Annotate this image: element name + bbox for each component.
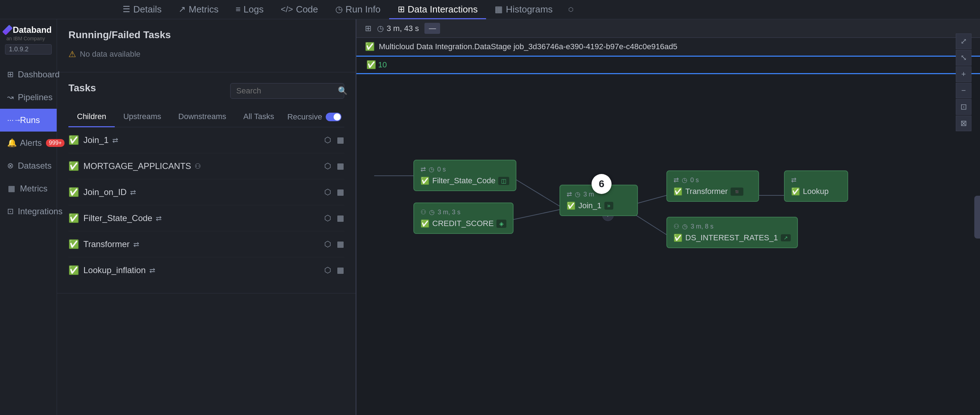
datasets-icon: ⊗: [7, 161, 14, 171]
node-type-icon: ⚇: [673, 222, 679, 230]
external-link-icon[interactable]: ⬡: [324, 188, 331, 197]
external-link-icon[interactable]: ⬡: [324, 266, 331, 275]
clock-icon: ◷: [377, 24, 384, 33]
node-transformer[interactable]: ⇄ ◷ 0 s ✅ Transformer ◾: [667, 171, 759, 202]
tab-children[interactable]: Children: [68, 107, 115, 127]
logo-name: Databand: [13, 25, 52, 35]
expand-icon: ⤢: [960, 37, 967, 46]
job-title: Multicloud Data Integration.DataStage jo…: [379, 42, 961, 51]
left-panel: Running/Failed Tasks ⚠ No data available…: [57, 19, 356, 415]
node-lookup[interactable]: ⇄ ✅ Lookup: [784, 171, 848, 202]
right-panel: ⊞ ◷ 3 m, 43 s — ✅ Multicloud Data Integr…: [356, 19, 980, 415]
table-row: ✅ Lookup_inflation ⇄ ⬡ ▦: [68, 257, 344, 283]
node-status-icon: ✅: [791, 187, 800, 196]
shrink-icon: ⤡: [960, 53, 967, 62]
stop-button[interactable]: —: [425, 23, 440, 34]
table-icon[interactable]: ▦: [337, 161, 344, 171]
fit-icon: ⊡: [960, 102, 967, 112]
task-type-icon: ⇄: [149, 266, 155, 275]
node-type-icon: ⇄: [791, 176, 797, 184]
reset-icon: ⊠: [960, 119, 967, 128]
table-icon[interactable]: ▦: [337, 188, 344, 197]
count-row: ✅ 10: [356, 57, 980, 74]
external-link-button[interactable]: ⬡: [561, 0, 581, 19]
task-status-icon: ✅: [68, 239, 79, 249]
scroll-handle[interactable]: [974, 196, 980, 238]
task-name: Join_1 ⇄: [83, 135, 320, 145]
top-nav: ☰ Details ↗ Metrics ≡ Logs </> Code ◷ Ru…: [0, 0, 980, 19]
external-link-icon[interactable]: ⬡: [324, 214, 331, 223]
zoom-expand-button[interactable]: ⤢: [956, 34, 972, 49]
graph-canvas: 6 ‹ ›: [356, 74, 980, 88]
task-list: ✅ Join_1 ⇄ ⬡ ▦ ✅ MOR: [68, 127, 344, 283]
tab-logs[interactable]: ≡ Logs: [227, 0, 272, 19]
node-type-icon: ⇄: [566, 190, 572, 198]
sidebar-item-pipelines[interactable]: ↝ Pipelines: [0, 86, 57, 109]
number-badge: 6: [592, 174, 611, 194]
tab-downstreams[interactable]: Downstreams: [170, 107, 234, 127]
external-link-icon[interactable]: ⬡: [324, 239, 331, 249]
histograms-icon: ▦: [495, 4, 503, 14]
table-icon[interactable]: ▦: [337, 214, 344, 223]
sidebar-metrics-icon: ▦: [7, 184, 16, 193]
tasks-tabs: Children Upstreams Downstreams All Tasks…: [68, 107, 344, 127]
info-bar: ⊞ ◷ 3 m, 43 s —: [356, 19, 980, 38]
task-actions: ⬡ ▦: [324, 161, 344, 171]
zoom-plus-button[interactable]: +: [956, 66, 972, 82]
sidebar-item-alerts[interactable]: 🔔 Alerts 999+: [0, 132, 57, 154]
job-count: ✅ 10: [366, 60, 387, 70]
node-credit-score[interactable]: ⚇ ◷ 3 m, 3 s ✅ CREDIT_SCORE ◈: [414, 203, 514, 234]
table-icon[interactable]: ▦: [337, 136, 344, 145]
external-link-icon[interactable]: ⬡: [324, 136, 331, 145]
task-status-icon: ✅: [68, 135, 79, 145]
sidebar-item-integrations[interactable]: ⊡ Integrations: [0, 200, 57, 223]
logo-ibm: an IBM Company: [5, 36, 52, 42]
tasks-title: Tasks: [68, 82, 96, 94]
tab-code[interactable]: </> Code: [272, 0, 327, 19]
alerts-badge: 999+: [46, 139, 65, 147]
task-type-icon: ⇄: [112, 136, 118, 144]
sidebar-item-dashboard[interactable]: ⊞ Dashboard: [0, 63, 57, 86]
running-failed-section: Running/Failed Tasks ⚠ No data available: [57, 19, 356, 72]
info-time-item: ◷ 3 m, 43 s: [377, 24, 419, 33]
runs-icon: ···→: [7, 115, 16, 125]
tab-data-interactions[interactable]: ⊞ Data Interactions: [389, 0, 487, 19]
tab-metrics[interactable]: ↗ Metrics: [170, 0, 227, 19]
table-icon[interactable]: ▦: [337, 266, 344, 275]
search-box[interactable]: 🔍: [230, 83, 344, 99]
sidebar: Databand an IBM Company 1.0.9.2 ⊞ Dashbo…: [0, 19, 57, 415]
code-icon: </>: [281, 4, 293, 14]
zoom-reset-button[interactable]: ⊠: [956, 115, 972, 131]
warning-icon: ⚠: [68, 49, 76, 59]
zoom-fit-button[interactable]: ⊡: [956, 99, 972, 115]
tab-run-info[interactable]: ◷ Run Info: [327, 0, 389, 19]
sidebar-item-runs[interactable]: ···→ Runs: [0, 109, 57, 132]
tab-details[interactable]: ☰ Details: [114, 0, 170, 19]
zoom-minus-button[interactable]: −: [956, 83, 972, 98]
table-row: ✅ Transformer ⇄ ⬡ ▦: [68, 231, 344, 257]
tab-histograms[interactable]: ▦ Histograms: [486, 0, 561, 19]
task-status-icon: ✅: [68, 187, 79, 197]
tab-all-tasks[interactable]: All Tasks: [235, 107, 283, 127]
task-type-icon: ⇄: [130, 188, 136, 196]
table-row: ✅ Join_1 ⇄ ⬡ ▦: [68, 127, 344, 153]
recursive-toggle-switch[interactable]: [326, 113, 341, 121]
task-name: MORTGAGE_APPLICANTS ⚇: [83, 161, 320, 171]
node-ds-interest-rates[interactable]: ⚇ ◷ 3 m, 8 s ✅ DS_INTEREST_RATES_1 ↗: [667, 217, 798, 248]
version-badge: 1.0.9.2: [5, 44, 52, 54]
tasks-header: Tasks 🔍: [68, 82, 344, 99]
sidebar-item-datasets[interactable]: ⊗ Datasets: [0, 154, 57, 177]
external-link-icon[interactable]: ⬡: [324, 161, 331, 171]
table-row: ✅ Join_on_ID ⇄ ⬡ ▦: [68, 179, 344, 205]
info-icon-item: ⊞: [365, 24, 371, 33]
sidebar-item-metrics[interactable]: ▦ Metrics: [0, 177, 57, 200]
tasks-section: Tasks 🔍 Children Upstreams Downst: [57, 72, 356, 294]
zoom-shrink-button[interactable]: ⤡: [956, 50, 972, 65]
table-icon[interactable]: ▦: [337, 239, 344, 249]
logs-icon: ≡: [235, 4, 240, 14]
node-filter-state-code[interactable]: ⇄ ◷ 0 s ✅ Filter_State_Code ◫: [414, 160, 516, 191]
tab-upstreams[interactable]: Upstreams: [115, 107, 170, 127]
task-actions: ⬡ ▦: [324, 136, 344, 145]
search-input[interactable]: [236, 86, 334, 96]
plus-icon: +: [961, 70, 966, 79]
